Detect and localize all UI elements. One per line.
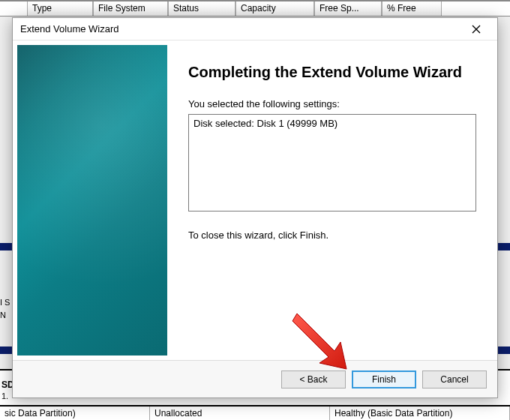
finish-button[interactable]: Finish: [352, 370, 416, 388]
close-instruction: To close this wizard, click Finish.: [188, 230, 476, 241]
settings-label: You selected the following settings:: [188, 98, 476, 110]
back-button[interactable]: < Back: [281, 370, 346, 388]
col-pct-free[interactable]: % Free: [382, 2, 442, 16]
cancel-button[interactable]: Cancel: [422, 370, 487, 388]
button-row: < Back Finish Cancel: [13, 360, 497, 398]
bg-part1: sic Data Partition): [0, 406, 150, 420]
bg-part3: Healthy (Basic Data Partition): [330, 406, 510, 420]
col-capacity[interactable]: Capacity: [236, 2, 314, 16]
bg-bottom-row: sic Data Partition) Unallocated Healthy …: [0, 405, 510, 420]
close-button[interactable]: [461, 19, 491, 40]
col-type[interactable]: Type: [27, 2, 93, 16]
wizard-heading: Completing the Extend Volume Wizard: [188, 63, 476, 82]
col-filesystem[interactable]: File System: [93, 2, 168, 16]
wizard-main-panel: Completing the Extend Volume Wizard You …: [167, 40, 497, 360]
settings-summary-text: Disk selected: Disk 1 (49999 MB): [194, 118, 338, 129]
dialog-title: Extend Volume Wizard: [20, 23, 461, 34]
dialog-content: Completing the Extend Volume Wizard You …: [13, 40, 497, 360]
close-icon: [472, 25, 481, 34]
col-free-space[interactable]: Free Sp...: [314, 2, 382, 16]
settings-summary-box[interactable]: Disk selected: Disk 1 (49999 MB): [188, 114, 476, 212]
bg-table-header: Type File System Status Capacity Free Sp…: [0, 0, 510, 16]
titlebar: Extend Volume Wizard: [13, 18, 497, 40]
extend-volume-wizard-dialog: Extend Volume Wizard Completing the Exte…: [12, 17, 498, 398]
bg-part2: Unallocated: [150, 406, 330, 420]
wizard-side-graphic: [17, 45, 167, 356]
bg-disk-label2: 1.: [2, 392, 8, 400]
col-status[interactable]: Status: [168, 2, 236, 16]
